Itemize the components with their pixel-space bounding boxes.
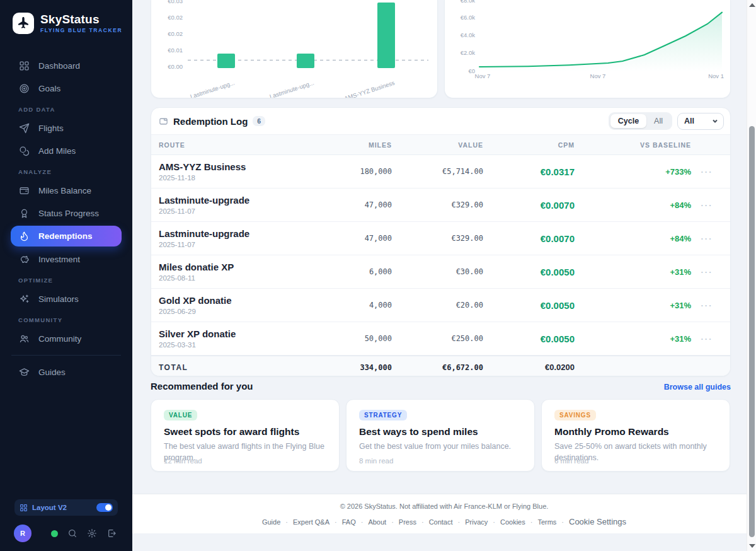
- row-menu-button[interactable]: ···: [691, 200, 723, 210]
- type-filter-select[interactable]: All: [677, 113, 724, 130]
- footer-link-guide[interactable]: Guide: [262, 518, 280, 526]
- row-cpm: €0.0070: [483, 200, 575, 211]
- plane-logo-icon: [13, 13, 34, 34]
- table-row: Lastminute-upgrade2025-11-07 47,000 €329…: [151, 188, 730, 222]
- separator: ·: [285, 518, 288, 526]
- app-logo[interactable]: SkyStatus FLYING BLUE TRACKER: [0, 0, 132, 40]
- total-miles: 334,000: [288, 363, 392, 372]
- strategy-badge: STRATEGY: [359, 410, 407, 420]
- row-vs-baseline: +84%: [575, 234, 691, 243]
- row-menu-button[interactable]: ···: [691, 334, 723, 344]
- footer-link-terms[interactable]: Terms: [537, 518, 556, 526]
- row-date: 2025-11-18: [159, 174, 288, 182]
- redemption-count-badge: 6: [253, 116, 265, 126]
- sidebar-item-redemptions[interactable]: Redemptions: [11, 226, 122, 246]
- svg-text:Nov 7: Nov 7: [590, 72, 606, 79]
- footer-link-expert-qa[interactable]: Expert Q&A: [293, 518, 329, 526]
- toggle-knob: [105, 504, 112, 511]
- separator: ·: [561, 518, 564, 526]
- online-status-dot: [51, 530, 58, 537]
- page-footer: © 2026 SkyStatus. Not affiliated with Ai…: [132, 494, 756, 533]
- row-cpm: €0.0050: [483, 267, 575, 277]
- sidebar-item-community[interactable]: Community: [0, 327, 132, 350]
- footer-link-privacy[interactable]: Privacy: [465, 518, 488, 526]
- read-time: 6 min read: [554, 457, 588, 465]
- sidebar-footer: Layout V2 R: [0, 499, 132, 551]
- gear-icon[interactable]: [87, 528, 97, 538]
- sidebar-item-flights[interactable]: Flights: [0, 117, 132, 139]
- separator: ·: [493, 518, 495, 526]
- scrollbar-thumb[interactable]: [749, 126, 755, 537]
- section-label-analyze: ANALYZE: [0, 162, 132, 179]
- avatar[interactable]: R: [14, 525, 32, 542]
- row-route: AMS-YYZ Business: [159, 161, 288, 172]
- dashboard-grid-icon: [18, 60, 30, 71]
- sidebar-item-goals[interactable]: Goals: [0, 77, 132, 100]
- row-cpm: €0.0317: [483, 166, 575, 177]
- value-line-chart-card: €8.0k €6.0k €4.0k €2.0k €0 Nov 7 Nov 7 N…: [444, 0, 731, 98]
- browse-all-guides-link[interactable]: Browse all guides: [664, 383, 731, 392]
- piggy-bank-icon: [18, 253, 30, 265]
- layout-v2-toggle-switch[interactable]: [96, 503, 113, 512]
- table-row: Miles donatie XP2025-08-11 6,000 €30.00 …: [151, 255, 730, 289]
- row-vs-baseline: +31%: [575, 267, 691, 277]
- row-menu-button[interactable]: ···: [691, 167, 723, 177]
- svg-text:€2.0k: €2.0k: [461, 49, 475, 56]
- target-icon: [18, 83, 30, 94]
- segment-all-button[interactable]: All: [646, 114, 670, 128]
- sidebar-item-investment[interactable]: Investment: [0, 248, 132, 270]
- footer-link-press[interactable]: Press: [399, 518, 416, 526]
- row-route: Silver XP donatie: [159, 328, 288, 339]
- sidebar-label: Simulators: [38, 294, 79, 304]
- row-date: 2025-11-07: [159, 207, 288, 215]
- svg-text:€0.02: €0.02: [168, 14, 183, 21]
- row-date: 2025-06-29: [159, 308, 288, 315]
- footer-link-cookies[interactable]: Cookies: [500, 518, 525, 526]
- row-miles: 180,000: [288, 167, 392, 176]
- svg-text:AMS-YYZ Business: AMS-YYZ Business: [343, 79, 396, 98]
- guide-card-savings[interactable]: SAVINGS Monthly Promo Rewards Save 25-50…: [541, 399, 730, 472]
- logout-icon[interactable]: [106, 528, 117, 538]
- table-row: AMS-YYZ Business2025-11-18 180,000 €5,71…: [151, 155, 730, 188]
- row-value: €329.00: [392, 234, 483, 243]
- table-total-row: TOTAL 334,000 €6,672.00 €0.0200: [151, 356, 730, 376]
- segment-cycle-button[interactable]: Cycle: [610, 114, 646, 128]
- sidebar-item-add-miles[interactable]: Add Miles: [0, 139, 132, 162]
- footer-link-faq[interactable]: FAQ: [342, 518, 356, 526]
- savings-badge: SAVINGS: [554, 410, 596, 420]
- row-menu-button[interactable]: ···: [691, 267, 723, 277]
- row-menu-button[interactable]: ···: [691, 301, 723, 310]
- sidebar-item-status-progress[interactable]: Status Progress: [0, 202, 132, 224]
- row-menu-button[interactable]: ···: [691, 234, 723, 243]
- row-value: €30.00: [392, 267, 483, 276]
- row-cpm: €0.0050: [483, 334, 575, 344]
- sidebar-label: Dashboard: [38, 61, 80, 71]
- row-cpm: €0.0050: [483, 300, 575, 311]
- row-miles: 4,000: [288, 301, 392, 310]
- footer-link-about[interactable]: About: [368, 518, 386, 526]
- sidebar-item-dashboard[interactable]: Dashboard: [0, 54, 132, 77]
- col-value: VALUE: [392, 141, 483, 149]
- row-value: €329.00: [392, 200, 483, 209]
- row-route: Lastminute-upgrade: [159, 195, 288, 206]
- sidebar-item-simulators[interactable]: Simulators: [0, 287, 132, 310]
- app-title: SkyStatus: [40, 13, 122, 26]
- row-value: €20.00: [392, 301, 483, 310]
- wallet-icon: [18, 185, 30, 196]
- sparkles-icon: [18, 293, 30, 304]
- scope-segmented-control: Cycle All: [609, 112, 672, 130]
- row-miles: 47,000: [288, 200, 392, 209]
- scrollbar-down-arrow[interactable]: [749, 544, 755, 548]
- sidebar-label: Redemptions: [38, 231, 93, 241]
- sidebar-item-guides[interactable]: Guides: [0, 361, 132, 383]
- sidebar-item-miles-balance[interactable]: Miles Balance: [0, 179, 132, 202]
- guide-card-strategy[interactable]: STRATEGY Best ways to spend miles Get th…: [346, 399, 535, 472]
- search-icon[interactable]: [67, 528, 77, 538]
- layout-v2-control[interactable]: Layout V2: [14, 499, 118, 516]
- sidebar: SkyStatus FLYING BLUE TRACKER Dashboard …: [0, 0, 132, 551]
- total-label: TOTAL: [159, 363, 288, 372]
- guide-card-value[interactable]: VALUE Sweet spots for award flights The …: [151, 399, 340, 472]
- footer-link-contact[interactable]: Contact: [429, 518, 453, 526]
- scrollbar-up-arrow[interactable]: [749, 3, 755, 7]
- cookie-settings-button[interactable]: Cookie Settings: [569, 517, 626, 526]
